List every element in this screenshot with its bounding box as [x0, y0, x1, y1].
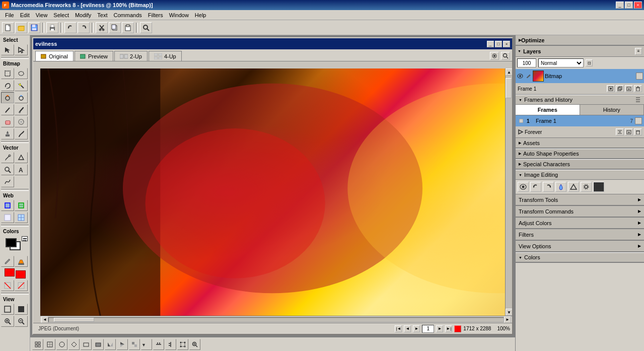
h-scroll-thumb[interactable] — [54, 318, 94, 322]
mini-diamond[interactable] — [68, 339, 80, 350]
frames-tab-history[interactable]: History — [580, 105, 645, 115]
frame-row-1[interactable]: 1 Frame 1 7 — [516, 115, 644, 126]
opacity-input[interactable] — [517, 58, 536, 67]
filters-header[interactable]: Filters ▶ — [516, 229, 644, 240]
freeform-tool[interactable] — [1, 176, 14, 187]
mini-rect2[interactable] — [93, 339, 104, 350]
toolbar-undo[interactable] — [64, 22, 77, 33]
distribute-frames-btn[interactable] — [616, 128, 624, 135]
doc-window-controls[interactable]: _ □ × — [487, 41, 510, 47]
mini-zoom-percent[interactable]: ▼ — [141, 339, 152, 350]
add-frame-btn[interactable] — [625, 128, 633, 135]
toolbar-print[interactable] — [46, 22, 58, 33]
toolbar-paste[interactable] — [122, 22, 134, 33]
swap-colors-btn[interactable] — [22, 236, 28, 241]
burn-tool[interactable] — [1, 92, 14, 103]
canvas-viewport[interactable] — [40, 68, 505, 316]
oval-marquee-tool[interactable] — [15, 68, 28, 79]
full-screen-view[interactable] — [15, 304, 28, 315]
lasso-tool[interactable] — [1, 80, 14, 91]
mini-grid1[interactable] — [32, 339, 43, 350]
layer-visibility-btn[interactable] — [517, 73, 524, 80]
brush-tool[interactable] — [15, 104, 28, 115]
layer-mask-btn[interactable] — [636, 73, 643, 80]
menu-view[interactable]: View — [33, 11, 51, 19]
delete-layer-btn[interactable] — [634, 85, 642, 92]
zoom-out[interactable] — [15, 316, 28, 327]
ie-triangle-btn[interactable] — [568, 182, 579, 192]
transform-commands-header[interactable]: Transform Commands ▶ — [516, 206, 644, 217]
last-frame-btn[interactable]: ►| — [445, 325, 452, 332]
transform-tools-header[interactable]: Transform Tools ▶ — [516, 194, 644, 205]
auto-shape-header[interactable]: ▶ Auto Shape Properties — [516, 149, 644, 159]
tab-preview[interactable]: Preview — [75, 51, 113, 61]
menu-text[interactable]: Text — [94, 11, 110, 19]
canvas-image[interactable] — [40, 68, 505, 316]
mini-rect1[interactable] — [81, 339, 92, 350]
prev-frame-btn[interactable]: ◄ — [404, 325, 411, 332]
stroke-color-box[interactable] — [6, 238, 17, 247]
shape-tool[interactable] — [15, 152, 28, 163]
eyedropper-tool[interactable] — [1, 256, 14, 267]
ie-drop-btn[interactable] — [555, 182, 566, 192]
layers-options-btn[interactable]: ≡ — [635, 48, 642, 55]
frames-header[interactable]: ▼ Frames and History — [516, 95, 644, 105]
blend-mode-select[interactable]: Normal Multiply Screen — [538, 58, 584, 67]
stamp-tool[interactable] — [1, 128, 14, 139]
mini-transform[interactable] — [177, 339, 188, 350]
assets-header[interactable]: ▶ Assets — [516, 138, 644, 148]
ie-redo-btn[interactable] — [543, 182, 554, 192]
ie-undo-btn[interactable] — [530, 182, 541, 192]
foreground-color[interactable] — [5, 268, 15, 276]
vertical-scrollbar[interactable]: ▲ ▼ — [505, 68, 512, 316]
hotspot-tool[interactable] — [1, 200, 14, 211]
doc-close[interactable]: × — [503, 41, 510, 47]
background-color[interactable] — [16, 270, 26, 278]
scroll-right-btn[interactable]: ► — [504, 316, 511, 323]
toolbar-new[interactable] — [2, 22, 14, 33]
toolbar-open[interactable] — [15, 22, 27, 33]
scroll-left-btn[interactable]: ◄ — [41, 316, 48, 323]
menu-help[interactable]: Help — [192, 11, 209, 19]
ie-eye-btn[interactable] — [518, 182, 529, 192]
menu-commands[interactable]: Commands — [111, 11, 145, 19]
slice-tool[interactable] — [15, 200, 28, 211]
scroll-thumb[interactable] — [506, 78, 512, 98]
ie-black-btn[interactable] — [593, 182, 604, 192]
first-frame-btn[interactable]: |◄ — [395, 325, 402, 332]
mini-distribute1[interactable] — [153, 339, 164, 350]
dodge-tool[interactable] — [15, 92, 28, 103]
smudge-tool[interactable] — [15, 128, 28, 139]
toolbar-redo[interactable] — [78, 22, 90, 33]
menu-filters[interactable]: Filters — [145, 11, 166, 19]
no-fill-btn[interactable] — [15, 280, 28, 291]
show-hotspots[interactable] — [15, 212, 28, 223]
menu-file[interactable]: File — [2, 11, 17, 19]
tab-original[interactable]: Original — [35, 51, 74, 61]
frame-number-input[interactable] — [422, 325, 434, 333]
adjust-colors-header[interactable]: Adjust Colors ▶ — [516, 218, 644, 229]
doc-settings-btn[interactable] — [490, 52, 499, 60]
delete-frame-btn[interactable] — [634, 128, 642, 135]
eraser-tool[interactable] — [1, 116, 14, 127]
toolbar-cut[interactable] — [96, 22, 108, 33]
doc-zoom-btn[interactable] — [501, 52, 510, 60]
blur-tool[interactable] — [15, 116, 28, 127]
hide-hotspots[interactable] — [1, 212, 14, 223]
layers-expand-btn[interactable]: ⊡ — [586, 59, 593, 66]
frame-visibility-btn[interactable] — [518, 117, 525, 124]
frame-options-btn[interactable] — [635, 117, 642, 124]
toolbar-copy[interactable] — [109, 22, 121, 33]
add-mask-btn[interactable] — [607, 85, 615, 92]
magic-wand-tool[interactable] — [15, 80, 28, 91]
tab-2up[interactable]: 2-Up — [114, 51, 148, 61]
maximize-button[interactable]: □ — [625, 2, 633, 9]
close-button[interactable]: × — [634, 2, 642, 9]
mini-arrange[interactable] — [129, 339, 140, 350]
view-options-header[interactable]: View Options ▶ — [516, 241, 644, 252]
zoom-in[interactable] — [1, 316, 14, 327]
next-frame-btn[interactable]: ► — [413, 325, 420, 332]
image-editing-header[interactable]: ▼ Image Editing — [516, 170, 644, 180]
marquee-tool[interactable] — [1, 68, 14, 79]
menu-modify[interactable]: Modify — [72, 11, 94, 19]
